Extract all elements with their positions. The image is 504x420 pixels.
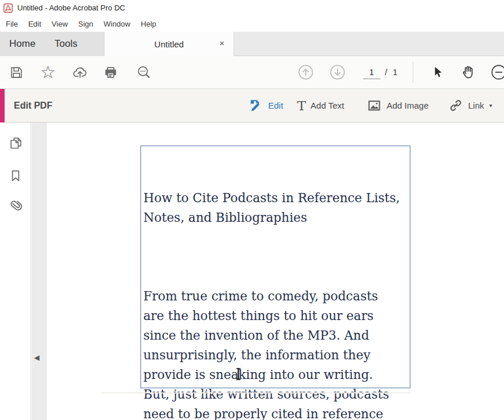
page-down-icon	[329, 64, 346, 81]
navigation-strip	[31, 122, 47, 420]
search-icon	[136, 64, 152, 80]
menu-help[interactable]: Help	[136, 17, 162, 31]
link-chain-icon	[448, 98, 464, 113]
save-icon	[9, 65, 24, 80]
tab-strip: Home Tools Untitled ×	[0, 32, 504, 56]
edit-pdf-toolbar: Edit PDF Edit T Add Text Add Image	[0, 89, 504, 122]
add-image-button[interactable]: Add Image	[366, 89, 429, 122]
toolbar-separator	[413, 62, 413, 83]
tab-tools[interactable]: Tools	[54, 34, 77, 54]
page-total-label: / 1	[385, 68, 399, 77]
menu-window[interactable]: Window	[98, 17, 135, 31]
nav-tabs-group: Home Tools	[0, 32, 104, 56]
tab-home[interactable]: Home	[9, 34, 35, 54]
text-cursor-icon: I	[235, 366, 242, 384]
page-number-input[interactable]	[363, 65, 380, 79]
edit-pdf-title: Edit PDF	[14, 89, 53, 122]
link-label: Link	[468, 101, 484, 110]
edit-pencil-icon	[247, 98, 264, 114]
main-toolbar: ☆	[0, 56, 504, 89]
pdf-text-box[interactable]: How to Cite Podcasts in Reference Lists,…	[140, 146, 410, 388]
menu-file[interactable]: File	[1, 17, 23, 31]
cloud-upload-icon	[72, 64, 88, 81]
page-up-icon	[297, 64, 314, 81]
bookmark-icon	[8, 168, 23, 183]
hand-tool-button[interactable]	[459, 63, 477, 81]
document-body-text: From true crime to comedy, podcasts are …	[143, 287, 410, 420]
menu-bar: File Edit View Sign Window Help	[0, 16, 504, 32]
paperclip-icon	[8, 199, 24, 214]
favorites-button[interactable]: ☆	[39, 63, 57, 81]
chevron-down-icon: ▾	[490, 102, 492, 109]
save-button[interactable]	[7, 63, 25, 81]
page-thumbnails-icon	[8, 135, 24, 151]
add-text-label: Add Text	[310, 101, 344, 110]
navigation-pane	[0, 122, 31, 420]
acrobat-app-icon	[3, 3, 13, 13]
edit-button[interactable]: Edit	[247, 89, 283, 122]
text-tool-icon: T	[297, 99, 306, 113]
previous-page-button[interactable]	[297, 63, 315, 81]
print-button[interactable]	[101, 63, 120, 81]
hand-icon	[459, 64, 477, 81]
menu-sign[interactable]: Sign	[73, 17, 98, 31]
image-icon	[366, 98, 382, 113]
edit-pdf-accent-bar	[0, 89, 5, 122]
page-thumbnails-button[interactable]	[8, 135, 24, 151]
content-area: ◀ How to Cite Podcasts in Reference List…	[0, 122, 504, 420]
search-button[interactable]	[135, 63, 153, 81]
edit-button-label: Edit	[268, 101, 283, 110]
title-bar: Untitled - Adobe Acrobat Pro DC	[0, 0, 504, 16]
window-title: Untitled - Adobe Acrobat Pro DC	[17, 3, 125, 12]
star-icon: ☆	[40, 64, 56, 81]
zoom-out-button[interactable]	[490, 63, 504, 81]
pointer-arrow-icon	[431, 65, 446, 80]
menu-view[interactable]: View	[46, 17, 73, 31]
minus-circle-icon	[490, 64, 504, 81]
link-button[interactable]: Link ▾	[448, 89, 492, 122]
acrobat-window: Untitled - Adobe Acrobat Pro DC File Edi…	[0, 0, 504, 420]
document-canvas: How to Cite Podcasts in Reference Lists,…	[47, 122, 504, 420]
add-text-button[interactable]: T Add Text	[297, 89, 344, 122]
select-tool-button[interactable]	[429, 63, 447, 81]
tab-document-untitled[interactable]: Untitled ×	[104, 32, 234, 57]
menu-edit[interactable]: Edit	[23, 17, 46, 31]
collapse-panel-icon[interactable]: ◀	[34, 354, 39, 362]
printer-icon	[103, 65, 118, 80]
next-page-button[interactable]	[328, 63, 347, 81]
attachments-button[interactable]	[8, 198, 24, 214]
bookmarks-button[interactable]	[8, 168, 24, 184]
upload-cloud-button[interactable]	[71, 63, 89, 81]
document-tab-label: Untitled	[154, 39, 184, 49]
add-image-label: Add Image	[387, 101, 429, 110]
page-bottom-edge	[101, 392, 410, 393]
close-tab-icon[interactable]: ×	[217, 38, 227, 49]
document-title-text: How to Cite Podcasts in Reference Lists,…	[143, 188, 410, 228]
